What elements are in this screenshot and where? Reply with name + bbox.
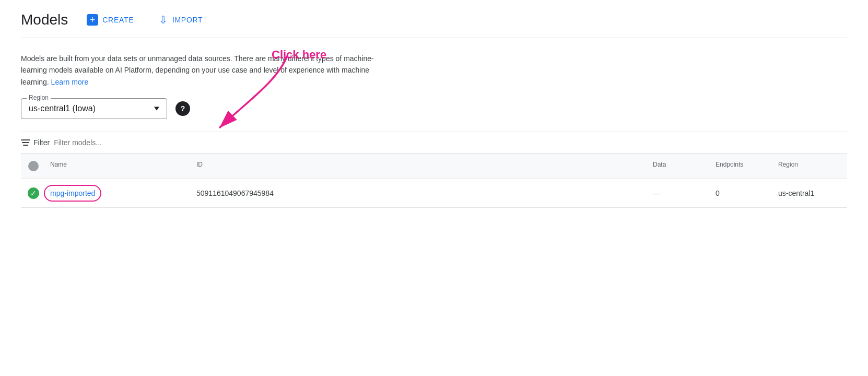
description-text: Models are built from your data sets or … — [21, 53, 386, 88]
region-value: us-central1 (Iowa) — [29, 104, 96, 113]
name-with-circle: mpg-imported — [50, 189, 95, 197]
table-header: Name ID Data Endpoints Region — [21, 153, 847, 179]
region-select-wrapper: Region us-central1 (Iowa) ? — [21, 98, 847, 119]
col-header-data: Data — [649, 159, 711, 173]
region-label: Region — [27, 94, 51, 101]
import-button[interactable]: ⇩ IMPORT — [153, 10, 209, 29]
description-section: Models are built from your data sets or … — [21, 38, 386, 98]
col-header-region: Region — [774, 159, 847, 173]
page-header: Models + CREATE ⇩ IMPORT — [21, 10, 847, 38]
help-icon[interactable]: ? — [175, 101, 190, 116]
row-region: us-central1 — [774, 187, 847, 199]
col-header-endpoints: Endpoints — [711, 159, 774, 173]
page-title: Models — [21, 11, 68, 28]
status-active-icon: ✓ — [28, 187, 39, 199]
filter-label: Filter — [33, 138, 50, 147]
filter-icon: Filter — [21, 138, 50, 147]
col-header-id: ID — [192, 159, 649, 173]
row-data: — — [649, 187, 711, 199]
model-name-link[interactable]: mpg-imported — [50, 189, 95, 197]
models-table: Name ID Data Endpoints Region ✓ mpg-impo… — [21, 153, 847, 208]
import-icon: ⇩ — [159, 14, 168, 26]
row-status: ✓ — [21, 185, 46, 201]
row-endpoints: 0 — [711, 187, 774, 199]
create-button[interactable]: + CREATE — [80, 11, 140, 29]
filter-lines-icon — [21, 139, 30, 146]
filter-line-1 — [21, 139, 30, 140]
table-row: ✓ mpg-imported 5091161049067945984 — 0 u… — [21, 179, 847, 208]
row-id: 5091161049067945984 — [192, 187, 649, 199]
filter-section: Filter — [21, 132, 847, 153]
chevron-down-icon — [154, 107, 159, 111]
create-label: CREATE — [102, 16, 134, 24]
filter-line-2 — [22, 142, 29, 143]
col-header-checkbox — [21, 159, 46, 173]
region-section: Region us-central1 (Iowa) ? — [21, 98, 847, 119]
col-header-name: Name — [46, 159, 192, 173]
import-label: IMPORT — [172, 16, 203, 24]
filter-input[interactable] — [54, 138, 847, 147]
learn-more-link[interactable]: Learn more — [51, 78, 89, 86]
create-icon: + — [87, 14, 98, 26]
row-name: mpg-imported — [46, 187, 192, 199]
filter-line-3 — [23, 145, 28, 146]
region-select[interactable]: Region us-central1 (Iowa) — [21, 98, 167, 119]
select-all-checkbox[interactable] — [28, 161, 39, 171]
